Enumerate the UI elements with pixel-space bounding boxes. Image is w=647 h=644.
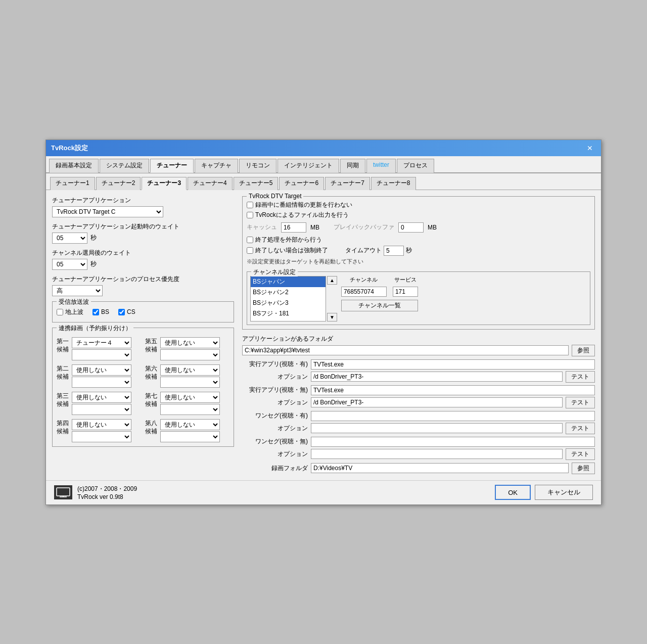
renkei-6-select1[interactable]: 使用しない — [160, 364, 220, 376]
playback-input[interactable] — [398, 222, 424, 233]
oneseg-without-input[interactable] — [311, 437, 595, 447]
app-folder-row: 参照 — [242, 345, 595, 356]
oneseg-without-row: ワンセグ(視聴・無) — [242, 437, 595, 447]
file-output-checkbox[interactable] — [247, 212, 253, 218]
rec-folder-input[interactable] — [311, 463, 569, 473]
channel-scroll-up[interactable]: ▲ — [327, 276, 337, 285]
close-button[interactable]: ✕ — [584, 143, 596, 153]
browse1-button[interactable]: 参照 — [572, 345, 595, 356]
app-logo — [54, 485, 72, 499]
renkei-3-select1[interactable]: 使用しない — [72, 392, 131, 403]
renkei-1-select2[interactable] — [72, 349, 131, 360]
channel-item-1[interactable]: BSジャパン2 — [251, 287, 326, 298]
opt-oneseg-with-input[interactable] — [311, 423, 563, 433]
browse2-button[interactable]: 参照 — [572, 463, 595, 474]
channel-item-0[interactable]: BSジャパン — [251, 277, 326, 287]
test3-button[interactable]: テスト — [566, 423, 595, 434]
renkei-2-select1[interactable]: 使用しない — [72, 364, 131, 376]
renkei-8-select2[interactable] — [160, 431, 220, 442]
sub-tab-tuner1[interactable]: チューナー1 — [50, 177, 95, 190]
oneseg-without-group: ワンセグ(視聴・無) オプション テスト — [242, 437, 595, 460]
check3-label: 終了処理を外部から行う — [255, 236, 322, 244]
channel-list[interactable]: BSジャパン BSジャパン2 BSジャパン3 BSフジ・181 — [250, 276, 326, 321]
renkei-8-select1[interactable]: 使用しない — [160, 419, 220, 430]
renkei-group: 連携録画（予約振り分け） 第一 候補 チューナー４ 第五 候補 — [52, 328, 234, 447]
renkei-3-select2[interactable] — [72, 404, 131, 415]
channel-header: チャンネル サービス — [341, 276, 418, 284]
tab-process[interactable]: プロセス — [397, 159, 434, 173]
exec-without-input[interactable] — [311, 385, 595, 395]
channel-value-input[interactable] — [341, 287, 387, 297]
renkei-4-select1[interactable]: 使用しない — [72, 419, 131, 430]
exec-with-row: 実行アプリ(視聴・有) — [242, 359, 595, 370]
renkei-1-select1[interactable]: チューナー４ — [72, 337, 131, 348]
tuner-app-label: チューナーアプリケーション — [52, 196, 234, 205]
external-stop-checkbox[interactable] — [247, 237, 253, 243]
wait1-select[interactable]: 05 — [52, 233, 87, 244]
timeout-input[interactable] — [384, 246, 404, 256]
renkei-label-3: 第三 候補 — [57, 392, 70, 409]
sub-tab-tuner8[interactable]: チューナー8 — [371, 177, 416, 190]
renkei-2-select2[interactable] — [72, 377, 131, 388]
renkei-4-select2[interactable] — [72, 431, 131, 442]
exec-with-group: 実行アプリ(視聴・有) オプション テスト — [242, 359, 595, 383]
exec-with-input[interactable] — [311, 359, 595, 370]
tab-recording-basic[interactable]: 録画基本設定 — [49, 159, 99, 173]
channel-list-area: BSジャパン BSジャパン2 BSジャパン3 BSフジ・181 ▲ ▼ — [250, 276, 337, 321]
tab-capture[interactable]: キャプチャ — [195, 159, 238, 173]
opt-without-input[interactable] — [311, 397, 563, 407]
right-panel: TvRock DTV Target 録画中に番組情報の更新を行わない TvRoc… — [242, 196, 595, 474]
service-value-input[interactable] — [393, 287, 418, 297]
cache-input[interactable] — [281, 222, 306, 233]
opt-with-input[interactable] — [311, 372, 563, 382]
force-stop-checkbox[interactable] — [247, 247, 253, 254]
ok-button[interactable]: OK — [495, 485, 531, 500]
footer-buttons: OK キャンセル — [495, 485, 593, 500]
channel-scroll-down[interactable]: ▼ — [327, 313, 337, 321]
renkei-6-select2[interactable] — [160, 377, 220, 388]
sub-tab-tuner2[interactable]: チューナー2 — [96, 177, 141, 190]
footer-info: (c)2007・2008・2009 TvRock ver 0.9t8 — [54, 485, 137, 500]
channel-value-controls: チャンネル サービス チャンネル一覧 — [341, 276, 418, 311]
renkei-row-8: 第八 候補 使用しない — [145, 419, 229, 442]
channel-item-2[interactable]: BSジャパン3 — [251, 298, 326, 308]
renkei-label-1: 第一 候補 — [57, 337, 70, 354]
playback-unit: MB — [428, 224, 437, 231]
sub-tab-tuner3[interactable]: チューナー3 — [142, 177, 187, 190]
tab-tuner[interactable]: チューナー — [150, 159, 194, 173]
sub-tab-tuner5[interactable]: チューナー5 — [234, 177, 279, 190]
channel-item-3[interactable]: BSフジ・181 — [251, 308, 326, 319]
sub-tab-tuner6[interactable]: チューナー6 — [279, 177, 324, 190]
exec-without-row: 実行アプリ(視聴・無) — [242, 385, 595, 395]
opt-oneseg-without-input[interactable] — [311, 449, 563, 459]
tab-intelligent[interactable]: インテリジェント — [278, 159, 339, 173]
test2-button[interactable]: テスト — [566, 397, 595, 408]
version-text: TvRock ver 0.9t8 — [77, 493, 137, 500]
renkei-7-select2[interactable] — [160, 404, 220, 415]
bs-checkbox[interactable] — [93, 309, 99, 315]
tuner-app-select[interactable]: TvRock DTV Target C — [52, 206, 163, 217]
sub-tab-tuner7[interactable]: チューナー7 — [325, 177, 370, 190]
app-folder-input[interactable] — [242, 345, 569, 355]
oneseg-with-input[interactable] — [311, 411, 595, 421]
channel-col-label: チャンネル — [341, 276, 387, 284]
test1-button[interactable]: テスト — [566, 371, 595, 383]
channel-list-button[interactable]: チャンネル一覧 — [341, 300, 418, 311]
renkei-5-select1[interactable]: 使用しない — [160, 337, 220, 348]
renkei-7-select1[interactable]: 使用しない — [160, 392, 220, 403]
terrestrial-checkbox[interactable] — [57, 309, 63, 315]
sub-tab-tuner4[interactable]: チューナー4 — [188, 177, 233, 190]
renkei-row-7: 第七 候補 使用しない — [145, 392, 229, 415]
test4-button[interactable]: テスト — [566, 448, 595, 460]
cancel-button[interactable]: キャンセル — [535, 485, 593, 500]
priority-select[interactable]: 高 — [52, 285, 103, 296]
tab-system[interactable]: システム設定 — [100, 159, 149, 173]
renkei-5-select2[interactable] — [160, 349, 220, 360]
tab-sync[interactable]: 同期 — [340, 159, 365, 173]
wait2-select[interactable]: 05 — [52, 259, 87, 270]
cs-checkbox[interactable] — [118, 309, 125, 315]
main-window: TvRock設定 ✕ 録画基本設定 システム設定 チューナー キャプチャ リモコ… — [45, 140, 602, 505]
tab-twitter[interactable]: twitter — [366, 159, 396, 173]
no-update-checkbox[interactable] — [247, 202, 253, 208]
tab-remote[interactable]: リモコン — [239, 159, 276, 173]
